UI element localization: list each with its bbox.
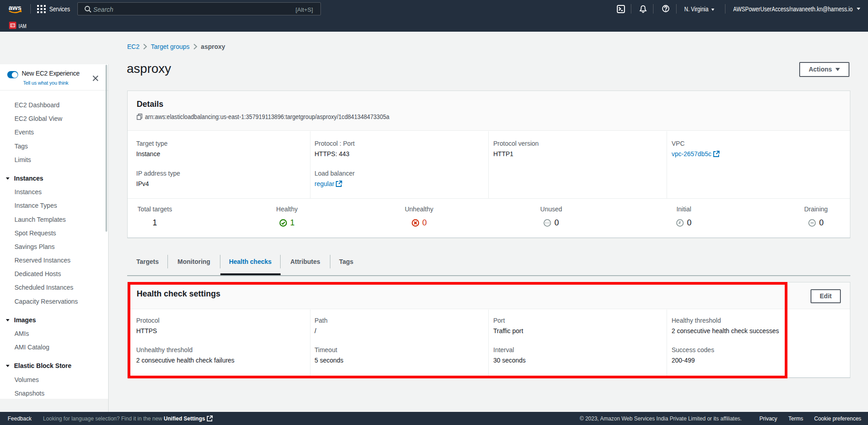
- svg-text:aws: aws: [9, 4, 21, 11]
